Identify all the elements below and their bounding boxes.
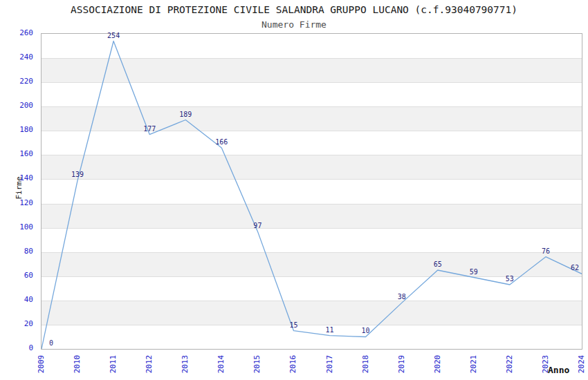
data-label: 189 <box>179 111 192 118</box>
x-tick-label: 2024 <box>577 355 586 374</box>
y-tick-label: 140 <box>6 173 33 182</box>
data-label: 11 <box>326 326 334 334</box>
y-tick-label: 160 <box>6 149 33 158</box>
chart-subtitle: Numero Firme <box>0 19 588 30</box>
data-label: 76 <box>542 247 550 255</box>
x-tick-label: 2016 <box>288 355 297 374</box>
y-tick-label: 180 <box>6 125 33 134</box>
x-tick-label: 2011 <box>109 355 118 374</box>
x-tick-label: 2022 <box>504 355 513 374</box>
data-label: 10 <box>362 327 370 334</box>
x-tick-label: 2018 <box>360 355 369 374</box>
y-tick-label: 100 <box>6 222 33 231</box>
x-axis-title: Anno <box>548 365 569 375</box>
plot-area: 013925417718916697151110386559537662 <box>41 33 582 350</box>
data-label: 177 <box>143 125 156 133</box>
y-tick-label: 60 <box>6 271 33 280</box>
x-tick-label: 2013 <box>181 355 190 374</box>
y-tick-label: 40 <box>6 295 33 304</box>
data-label: 97 <box>253 222 261 229</box>
x-tick-label: 2023 <box>540 355 549 374</box>
y-tick-label: 200 <box>6 101 33 110</box>
line-series <box>42 34 582 349</box>
y-tick-label: 0 <box>6 343 33 352</box>
data-label: 254 <box>107 32 120 39</box>
data-label: 15 <box>289 321 297 329</box>
x-tick-label: 2017 <box>324 355 333 374</box>
y-tick-label: 20 <box>6 319 33 328</box>
x-tick-label: 2020 <box>432 355 441 374</box>
x-tick-label: 2019 <box>396 355 405 374</box>
data-label: 166 <box>215 138 228 146</box>
chart-title: ASSOCIAZIONE DI PROTEZIONE CIVILE SALAND… <box>0 4 588 15</box>
x-tick-label: 2009 <box>37 355 46 374</box>
data-label: 53 <box>506 275 514 283</box>
data-label: 59 <box>470 268 478 276</box>
data-label: 38 <box>398 293 406 301</box>
y-tick-label: 240 <box>6 53 33 61</box>
x-tick-label: 2021 <box>468 355 477 374</box>
x-tick-label: 2015 <box>252 355 261 374</box>
y-tick-label: 120 <box>6 198 33 207</box>
data-label: 0 <box>49 339 53 347</box>
x-tick-label: 2014 <box>217 355 226 374</box>
data-label: 139 <box>71 171 84 178</box>
data-label: 65 <box>434 260 442 268</box>
y-tick-label: 260 <box>6 28 33 37</box>
x-tick-label: 2012 <box>145 355 154 374</box>
y-tick-label: 220 <box>6 77 33 86</box>
data-label: 62 <box>571 264 579 272</box>
y-tick-label: 80 <box>6 247 33 256</box>
x-tick-label: 2010 <box>73 355 82 374</box>
